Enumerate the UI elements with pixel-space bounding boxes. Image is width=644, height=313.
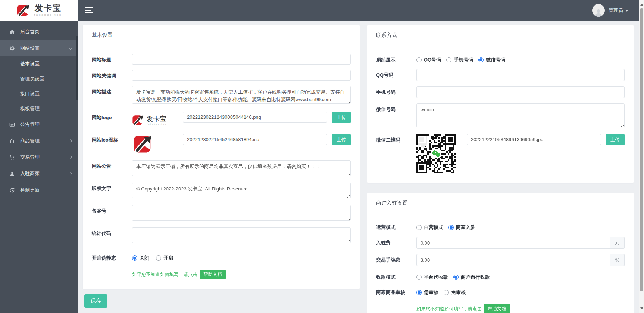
save-button[interactable]: 保存 xyxy=(84,294,107,308)
scrollbar-thumb[interactable] xyxy=(640,8,643,291)
sidebar-subitem-template-manage[interactable]: 模板管理 xyxy=(0,101,78,116)
sidebar-scrollbar-thumb[interactable] xyxy=(76,36,78,100)
entry-fee-input[interactable] xyxy=(416,237,610,249)
operation-mode-option-merchant[interactable]: 商家入驻 xyxy=(448,224,475,231)
radio-checked-icon xyxy=(416,290,422,295)
collection-option-platform[interactable]: 平台代收款 xyxy=(416,274,448,281)
qq-number-label: QQ号码 xyxy=(376,69,416,81)
contact-title: 联系方式 xyxy=(367,25,634,46)
sidebar-subitem-admin-settings[interactable]: 管理员设置 xyxy=(0,71,78,86)
site-ico-label: 网站ico图标 xyxy=(92,134,132,154)
wechat-id-label: 微信号码 xyxy=(376,103,416,129)
qq-number-input[interactable] xyxy=(416,69,625,81)
avatar xyxy=(592,4,605,17)
sidebar-menu: 后台首页 网站设置 基本设置 管理员设置 接口设置 模板管理 公告管理 商品管理 xyxy=(0,21,78,198)
sidebar-item-announcements[interactable]: 公告管理 xyxy=(0,116,78,133)
sidebar-item-label: 后台首页 xyxy=(20,28,40,35)
site-description-textarea[interactable]: 发卡宝是一套功能强大的卡密寄售系统，无需人工值守，客户在线购买即可自动完成交易。… xyxy=(132,86,351,104)
copyright-textarea[interactable]: © Copyright 2022-2023 发卡宝. All Rights Re… xyxy=(132,183,351,198)
brand-logo[interactable]: 发卡宝 fakabao.top xyxy=(0,0,78,21)
site-keywords-input[interactable] xyxy=(132,70,351,81)
site-notice-label: 网站公告 xyxy=(92,160,132,177)
merchant-help-doc-button[interactable]: 帮助文档 xyxy=(484,304,510,313)
radio-checked-icon xyxy=(478,57,484,62)
phone-number-input[interactable] xyxy=(416,86,625,98)
entry-fee-label: 入驻费 xyxy=(376,237,416,249)
site-logo-filename-input[interactable] xyxy=(183,112,327,123)
window-scrollbar[interactable] xyxy=(639,0,644,313)
collection-mode-label: 收款模式 xyxy=(376,271,416,281)
top-display-option-qq[interactable]: QQ号码 xyxy=(416,56,441,63)
wechat-qr-upload-button[interactable]: 上传 xyxy=(606,134,625,145)
wechat-qr-label: 微信二维码 xyxy=(376,134,416,173)
top-display-option-wechat[interactable]: 微信号码 xyxy=(478,56,505,63)
gear-icon xyxy=(9,45,15,51)
sidebar-item-merchants[interactable]: 入驻商家 xyxy=(0,165,78,182)
update-check-icon xyxy=(9,187,15,193)
rewrite-option-off[interactable]: 关闭 xyxy=(132,255,149,261)
basic-help-text: 如果您不知道如何填写，请点击 xyxy=(132,272,197,278)
scroll-up-arrow[interactable] xyxy=(640,2,643,6)
sidebar-item-label: 检测更新 xyxy=(20,187,40,193)
top-display-label: 顶部显示 xyxy=(376,54,416,63)
site-ico-preview xyxy=(132,134,152,154)
commission-label: 交易手续费 xyxy=(376,254,416,266)
commission-input[interactable] xyxy=(416,254,610,266)
entry-fee-unit: 元 xyxy=(610,237,625,249)
site-ico-upload-button[interactable]: 上传 xyxy=(332,134,351,145)
collection-option-merchant[interactable]: 商户自行收款 xyxy=(453,274,490,281)
merchant-settings-card: 商户入驻设置 运营模式 自营模式 商家入驻 入驻费 元 xyxy=(367,193,634,313)
icp-label: 备案号 xyxy=(92,205,132,222)
site-ico-filename-input[interactable] xyxy=(183,134,327,145)
wechat-id-textarea[interactable]: weixin xyxy=(416,103,625,127)
review-option-exempt[interactable]: 免审核 xyxy=(444,289,466,296)
icp-textarea[interactable] xyxy=(132,205,351,221)
site-logo-label: 网站logo xyxy=(92,112,132,129)
sidebar-item-label: 网站设置 xyxy=(20,45,40,52)
sidebar: 发卡宝 fakabao.top 后台首页 网站设置 基本设置 管理员设置 接口设… xyxy=(0,0,78,313)
chevron-down-icon xyxy=(69,47,72,50)
top-display-option-phone[interactable]: 手机号码 xyxy=(446,56,473,63)
brand-logo-icon xyxy=(16,3,31,18)
radio-checked-icon xyxy=(453,275,459,280)
operation-mode-label: 运营模式 xyxy=(376,221,416,231)
announcement-icon xyxy=(9,121,15,127)
phone-number-label: 手机号码 xyxy=(376,86,416,98)
site-notice-textarea[interactable]: 本店铺为演示店铺，所有展示的商品均非真实商品，仅供填充数据用，请勿购买！！！ xyxy=(132,160,351,176)
basic-settings-title: 基本设置 xyxy=(83,25,360,46)
site-logo-upload-button[interactable]: 上传 xyxy=(332,112,351,123)
rewrite-option-on[interactable]: 开启 xyxy=(156,255,173,261)
radio-checked-icon xyxy=(448,225,454,230)
operation-mode-option-self[interactable]: 自营模式 xyxy=(416,224,443,231)
sidebar-item-label: 公告管理 xyxy=(20,121,40,128)
basic-help-doc-button[interactable]: 帮助文档 xyxy=(200,270,226,279)
site-description-label: 网站描述 xyxy=(92,86,132,105)
chevron-right-icon xyxy=(69,139,72,142)
sidebar-item-transactions[interactable]: 交易管理 xyxy=(0,149,78,165)
site-title-input[interactable] xyxy=(132,54,351,65)
home-icon xyxy=(9,29,15,35)
sidebar-item-site-settings[interactable]: 网站设置 xyxy=(0,40,78,56)
commission-unit: % xyxy=(610,254,625,266)
stats-code-label: 统计代码 xyxy=(92,227,132,245)
stats-code-textarea[interactable] xyxy=(132,227,351,243)
shopping-bag-icon xyxy=(9,138,15,144)
sidebar-subitem-basic-settings[interactable]: 基本设置 xyxy=(0,56,78,71)
sidebar-item-check-update[interactable]: 检测更新 xyxy=(0,182,78,198)
wechat-qr-filename-input[interactable] xyxy=(467,134,601,145)
sidebar-item-label: 交易管理 xyxy=(20,154,40,161)
user-menu[interactable]: 管理员 xyxy=(592,4,628,17)
sidebar-item-label: 入驻商家 xyxy=(20,170,40,177)
scroll-down-arrow[interactable] xyxy=(640,307,643,311)
review-option-required[interactable]: 需审核 xyxy=(416,289,438,296)
radio-icon xyxy=(444,290,449,295)
menu-toggle-icon[interactable] xyxy=(85,6,93,15)
topbar: 管理员 xyxy=(78,0,639,21)
contact-card: 联系方式 顶部显示 QQ号码 手机号码 微信号码 QQ号码 手机号码 xyxy=(367,25,634,183)
sidebar-item-dashboard[interactable]: 后台首页 xyxy=(0,24,78,40)
sidebar-item-products[interactable]: 商品管理 xyxy=(0,133,78,149)
cart-icon xyxy=(9,154,15,160)
radio-icon xyxy=(416,275,422,280)
sidebar-subitem-api-settings[interactable]: 接口设置 xyxy=(0,86,78,101)
product-review-label: 商家商品审核 xyxy=(376,286,416,296)
